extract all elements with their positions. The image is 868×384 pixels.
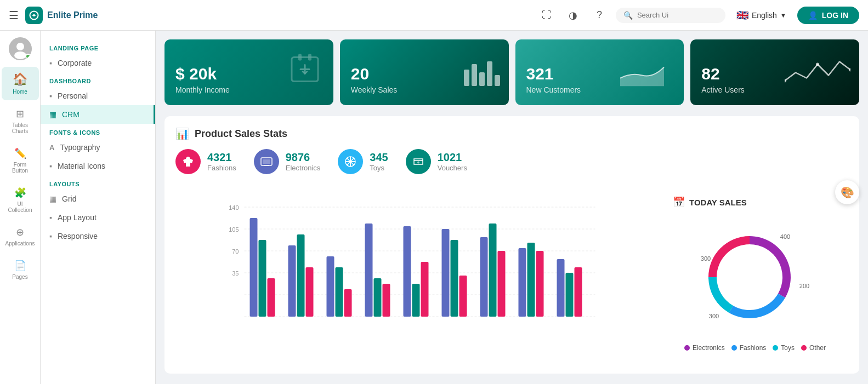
stat-cards-grid: $ 20k Monthly Income 20 Weekly Sales <box>164 39 859 105</box>
puzzle-icon: 🧩 <box>14 187 26 199</box>
legend-toys: Toys <box>773 344 795 352</box>
hamburger-menu[interactable]: ☰ <box>9 9 19 22</box>
svg-rect-45 <box>519 248 526 317</box>
sidebar-item-tables-charts[interactable]: ⊞ Tables Charts <box>2 102 39 140</box>
flag-icon: 🇬🇧 <box>736 9 748 21</box>
svg-rect-24 <box>250 218 258 317</box>
donut-chart-section: 📅 TODAY SALES <box>662 185 848 363</box>
main-content: $ 20k Monthly Income 20 Weekly Sales <box>156 31 868 384</box>
legend-electronics: Electronics <box>684 344 725 352</box>
help-icon[interactable]: ? <box>589 5 609 25</box>
svg-rect-33 <box>365 223 373 317</box>
menu-item-material-icons[interactable]: ▪ Material Icons <box>41 157 155 175</box>
sales-stat-toys: 345 Toys <box>338 149 388 174</box>
logo-icon <box>25 7 43 24</box>
toys-label: Toys <box>370 164 388 172</box>
sidebar-item-form-button[interactable]: ✏️ Form Button <box>2 142 39 179</box>
active-users-chart <box>785 56 850 89</box>
svg-rect-31 <box>336 267 343 317</box>
sales-stats-row: 4321 Fashions 9876 Electronics <box>175 149 848 174</box>
vouchers-info: 1021 Vouchers <box>438 151 467 172</box>
vouchers-label: Vouchers <box>438 164 467 172</box>
menu-item-corporate[interactable]: ▪ Corporate <box>41 54 155 72</box>
vouchers-icon <box>406 149 431 174</box>
contrast-icon[interactable]: ◑ <box>563 5 583 25</box>
login-button[interactable]: 👤 LOG IN <box>797 7 859 24</box>
svg-rect-5 <box>298 54 302 61</box>
menu-item-app-layout[interactable]: ▪ App Layout <box>41 208 155 227</box>
pages-icon: 📄 <box>14 260 26 272</box>
login-label: LOG IN <box>822 11 848 20</box>
floating-palette-button[interactable]: 🎨 <box>835 180 859 204</box>
menu-item-grid[interactable]: ▦ Grid <box>41 190 155 208</box>
fashions-label: Fashions <box>207 164 236 172</box>
svg-text:200: 200 <box>799 283 809 289</box>
svg-rect-36 <box>404 226 411 317</box>
search-box: 🔍 <box>616 8 725 23</box>
sidebar-item-ui-collection[interactable]: 🧩 UI Collection <box>2 181 39 219</box>
sidebar-item-apps-label: Applications <box>5 240 35 247</box>
responsive-icon: ▪ <box>49 232 52 240</box>
svg-rect-6 <box>308 54 311 61</box>
typography-icon: A <box>49 144 54 152</box>
menu-item-material-label: Material Icons <box>58 162 105 170</box>
material-icon: ▪ <box>49 162 52 170</box>
stat-card-new-customers: 321 New Customers <box>515 39 684 105</box>
menu-item-grid-label: Grid <box>62 194 76 203</box>
donut-chart-svg: 400 200 300 300 <box>689 217 821 337</box>
sidebar-item-home-label: Home <box>13 89 27 95</box>
sidebar-item-applications[interactable]: ⊕ Applications <box>2 221 39 252</box>
menu-item-crm[interactable]: ▦ CRM <box>41 105 155 124</box>
svg-text:70: 70 <box>232 248 239 255</box>
search-input[interactable] <box>637 11 718 19</box>
stat-card-monthly-income: $ 20k Monthly Income <box>164 39 333 105</box>
section-landing-page: LANDING PAGE <box>41 39 155 54</box>
svg-point-8 <box>816 63 819 66</box>
section-title: Product Sales Stats <box>195 128 287 140</box>
app-layout-icon: ▪ <box>49 213 52 222</box>
section-fonts-icons: FONTS & ICONS <box>41 124 155 138</box>
svg-point-51 <box>725 253 774 302</box>
tables-icon: ⊞ <box>16 108 24 120</box>
svg-rect-47 <box>536 251 544 317</box>
sidebar-item-home[interactable]: 🏠 Home <box>2 67 39 100</box>
apps-icon: ⊕ <box>16 226 24 238</box>
svg-rect-41 <box>459 276 467 317</box>
svg-rect-30 <box>327 256 334 317</box>
legend-other: Other <box>801 344 826 352</box>
language-selector[interactable]: 🇬🇧 English ▼ <box>732 7 791 24</box>
icon-sidebar: 🏠 Home ⊞ Tables Charts ✏️ Form Button 🧩 … <box>0 31 41 384</box>
donut-container: 400 200 300 300 Electronics <box>673 217 837 352</box>
electronics-dot <box>684 345 690 351</box>
app-logo[interactable]: Enlite Prime <box>25 7 98 24</box>
svg-rect-42 <box>480 237 488 317</box>
svg-rect-46 <box>527 243 535 317</box>
stat-card-weekly-sales: 20 Weekly Sales <box>340 39 509 105</box>
toys-dot <box>773 345 778 351</box>
grid-icon: ▦ <box>49 194 56 203</box>
today-sales-header: 📅 TODAY SALES <box>673 196 837 208</box>
weekly-sales-label: Weekly Sales <box>351 85 498 94</box>
menu-item-corporate-label: Corporate <box>58 59 92 67</box>
toys-info: 345 Toys <box>370 151 388 172</box>
menu-item-responsive[interactable]: ▪ Responsive <box>41 227 155 245</box>
svg-text:35: 35 <box>232 270 239 277</box>
product-sales-section: 📊 Product Sales Stats 4321 Fashions <box>164 116 859 374</box>
sidebar-item-pages[interactable]: 📄 Pages <box>2 254 39 285</box>
svg-point-13 <box>417 162 419 164</box>
svg-text:140: 140 <box>229 204 239 211</box>
menu-item-typography[interactable]: A Typography <box>41 138 155 157</box>
fullscreen-icon[interactable]: ⛶ <box>537 5 557 25</box>
bar-chart-container: 140 105 70 35 <box>186 196 642 328</box>
menu-item-personal[interactable]: ▪ Personal <box>41 87 155 105</box>
svg-rect-38 <box>421 262 429 317</box>
svg-text:300: 300 <box>701 255 711 262</box>
avatar <box>9 37 32 60</box>
toys-legend-label: Toys <box>781 344 795 352</box>
menu-item-crm-label: CRM <box>62 110 80 119</box>
svg-text:105: 105 <box>229 226 239 233</box>
sidebar-item-tables-label: Tables Charts <box>6 122 35 134</box>
stat-card-active-users: 82 Active Users <box>690 39 859 105</box>
svg-rect-26 <box>268 278 275 317</box>
home-icon: 🏠 <box>13 72 27 87</box>
